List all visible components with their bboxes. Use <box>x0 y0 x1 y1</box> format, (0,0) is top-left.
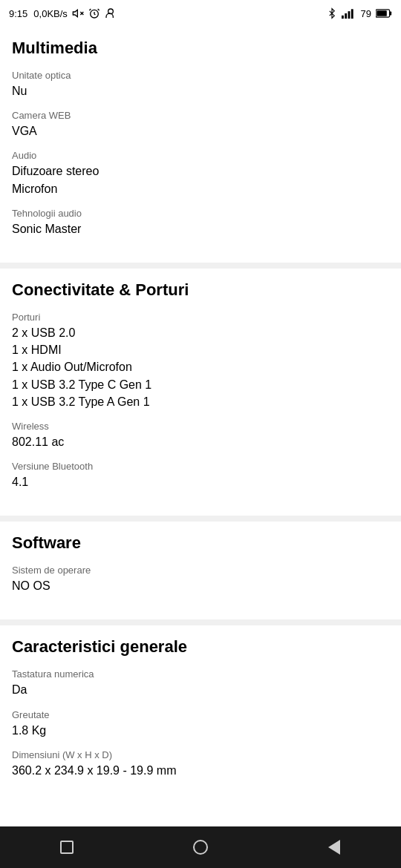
nav-bar <box>0 826 401 868</box>
value-bluetooth: 4.1 <box>12 473 389 490</box>
square-icon <box>60 841 74 854</box>
value-camera-web: VGA <box>12 122 389 139</box>
software-title: Software <box>12 533 389 553</box>
svg-rect-8 <box>348 11 350 19</box>
field-greutate: Greutate 1.8 Kg <box>12 709 389 739</box>
nav-square-button[interactable] <box>52 832 82 862</box>
label-os: Sistem de operare <box>12 565 389 576</box>
nav-home-button[interactable] <box>186 832 215 862</box>
field-bluetooth: Versiune Bluetooth 4.1 <box>12 461 389 490</box>
value-tastatura: Da <box>12 681 389 698</box>
general-title: Caracteristici generale <box>12 637 389 657</box>
multimedia-section: Multimedia Unitate optica Nu Camera WEB … <box>0 27 401 263</box>
svg-rect-12 <box>376 10 387 16</box>
field-audio: Audio Difuzoare stereo Microfon <box>12 150 389 197</box>
connectivity-section: Conectivitate & Porturi Porturi 2 x USB … <box>0 269 401 516</box>
label-camera-web: Camera WEB <box>12 110 389 121</box>
field-tehnologii-audio: Tehnologii audio Sonic Master <box>12 208 389 237</box>
divider-1 <box>0 263 401 269</box>
svg-line-3 <box>89 9 91 10</box>
field-porturi: Porturi 2 x USB 2.0 1 x HDMI 1 x Audio O… <box>12 312 389 410</box>
field-camera-web: Camera WEB VGA <box>12 110 389 139</box>
label-tehnologii-audio: Tehnologii audio <box>12 208 389 219</box>
nav-back-button[interactable] <box>319 832 349 862</box>
label-unitate-optica: Unitate optica <box>12 70 389 81</box>
software-section: Software Sistem de operare NO OS <box>0 522 401 619</box>
status-left: 9:15 0,0KB/s <box>9 7 117 19</box>
label-bluetooth: Versiune Bluetooth <box>12 461 389 472</box>
back-icon <box>328 840 340 855</box>
divider-3 <box>0 619 401 625</box>
status-bar: 9:15 0,0KB/s <box>0 0 401 27</box>
svg-rect-7 <box>345 13 347 19</box>
signal-icon <box>342 7 356 19</box>
bluetooth-icon <box>327 7 337 19</box>
label-dimensiuni: Dimensiuni (W x H x D) <box>12 749 389 760</box>
time-display: 9:15 <box>9 8 27 19</box>
mute-icon <box>72 7 84 19</box>
status-right: 79 <box>327 7 392 19</box>
label-audio: Audio <box>12 150 389 161</box>
label-tastatura: Tastatura numerica <box>12 668 389 680</box>
value-dimensiuni: 360.2 x 234.9 x 19.9 - 19.9 mm <box>12 762 389 779</box>
svg-rect-6 <box>342 16 344 19</box>
svg-line-4 <box>98 9 100 10</box>
home-icon <box>193 840 208 855</box>
value-greutate: 1.8 Kg <box>12 722 389 739</box>
multimedia-title: Multimedia <box>12 39 389 58</box>
value-wireless: 802.11 ac <box>12 433 389 450</box>
general-section: Caracteristici generale Tastatura numeri… <box>0 625 401 804</box>
connectivity-title: Conectivitate & Porturi <box>12 280 389 300</box>
field-os: Sistem de operare NO OS <box>12 565 389 594</box>
main-content: Multimedia Unitate optica Nu Camera WEB … <box>0 27 401 868</box>
label-greutate: Greutate <box>12 709 389 720</box>
value-unitate-optica: Nu <box>12 82 389 99</box>
field-wireless: Wireless 802.11 ac <box>12 421 389 450</box>
label-porturi: Porturi <box>12 312 389 323</box>
value-tehnologii-audio: Sonic Master <box>12 220 389 237</box>
badge-icon <box>105 7 117 19</box>
value-os: NO OS <box>12 577 389 594</box>
svg-rect-9 <box>351 9 353 19</box>
field-unitate-optica: Unitate optica Nu <box>12 70 389 99</box>
field-tastatura: Tastatura numerica Da <box>12 668 389 698</box>
divider-2 <box>0 516 401 522</box>
svg-rect-11 <box>390 11 392 15</box>
battery-display: 79 <box>361 8 371 19</box>
value-porturi: 2 x USB 2.0 1 x HDMI 1 x Audio Out/Micro… <box>12 324 389 410</box>
value-audio: Difuzoare stereo Microfon <box>12 162 389 197</box>
network-speed: 0,0KB/s <box>33 8 68 19</box>
label-wireless: Wireless <box>12 421 389 432</box>
field-dimensiuni: Dimensiuni (W x H x D) 360.2 x 234.9 x 1… <box>12 749 389 779</box>
alarm-icon <box>88 7 100 19</box>
battery-icon <box>376 9 392 18</box>
